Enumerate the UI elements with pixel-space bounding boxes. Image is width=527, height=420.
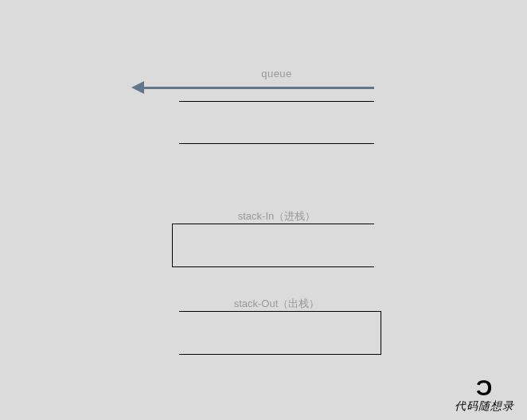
- arrow-head-icon: [131, 81, 144, 94]
- watermark-text: 代码随想录: [455, 399, 514, 414]
- stack-in-box: [172, 224, 374, 267]
- queue-label: queue: [179, 68, 374, 80]
- hline: [179, 143, 374, 144]
- stack-out-label: stack-Out（出栈）: [179, 297, 374, 311]
- stack-out-box: [179, 311, 381, 355]
- watermark-icon: C: [476, 377, 492, 399]
- queue-arrow: [131, 81, 374, 94]
- watermark: C 代码随想录: [455, 377, 514, 414]
- hline: [179, 101, 374, 102]
- stack-in-label: stack-In（进栈）: [179, 209, 374, 224]
- queue-bottom-line: [179, 143, 374, 144]
- arrow-line: [141, 87, 374, 89]
- queue-top-line: [179, 101, 374, 102]
